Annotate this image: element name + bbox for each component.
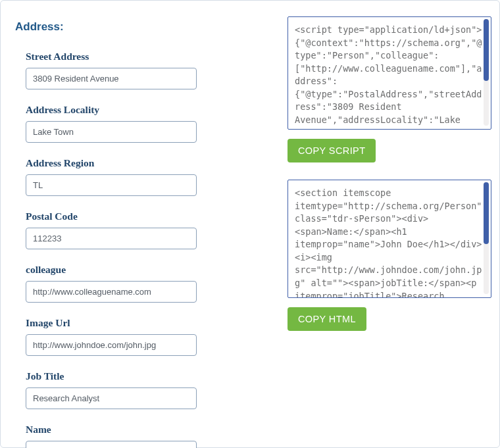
input-address-region[interactable] (26, 174, 197, 196)
field-name: Name (26, 424, 197, 448)
field-job-title: Job Title (26, 370, 197, 409)
scrollbar-thumb[interactable] (484, 182, 489, 244)
label-postal-code: Postal Code (26, 211, 197, 222)
script-output-textarea[interactable] (288, 16, 491, 130)
label-street-address: Street Address (26, 51, 197, 62)
html-output-textarea[interactable] (288, 180, 491, 298)
copy-html-button[interactable]: COPY HTML (288, 307, 366, 331)
field-postal-code: Postal Code (26, 211, 197, 249)
label-address-region: Address Region (26, 157, 197, 169)
field-image-url: Image Url (26, 317, 197, 356)
scrollbar-track (484, 182, 489, 294)
input-job-title[interactable] (26, 387, 197, 409)
label-name: Name (26, 424, 197, 436)
output-panel: COPY SCRIPT COPY HTML (288, 5, 495, 447)
input-address-locality[interactable] (26, 121, 197, 143)
input-name[interactable] (26, 441, 197, 448)
input-image-url[interactable] (26, 334, 197, 356)
input-street-address[interactable] (26, 68, 197, 89)
label-image-url: Image Url (26, 317, 197, 329)
field-address-region: Address Region (26, 157, 197, 196)
scrollbar-track (484, 19, 489, 126)
html-output-wrap (288, 180, 491, 301)
scrollbar-thumb[interactable] (484, 19, 489, 81)
input-colleague[interactable] (26, 281, 197, 303)
form-panel: Address: Street Address Address Locality… (0, 0, 500, 448)
section-heading-address: Address: (15, 20, 281, 34)
address-form: Address: Street Address Address Locality… (5, 5, 288, 447)
label-address-locality: Address Locality (26, 104, 197, 116)
copy-script-button[interactable]: COPY SCRIPT (288, 139, 376, 162)
field-colleague: colleague (26, 264, 197, 303)
field-street-address: Street Address (26, 51, 197, 89)
script-output-wrap (288, 16, 491, 132)
field-address-locality: Address Locality (26, 104, 197, 143)
label-job-title: Job Title (26, 370, 197, 382)
label-colleague: colleague (26, 264, 197, 276)
input-postal-code[interactable] (26, 228, 197, 249)
